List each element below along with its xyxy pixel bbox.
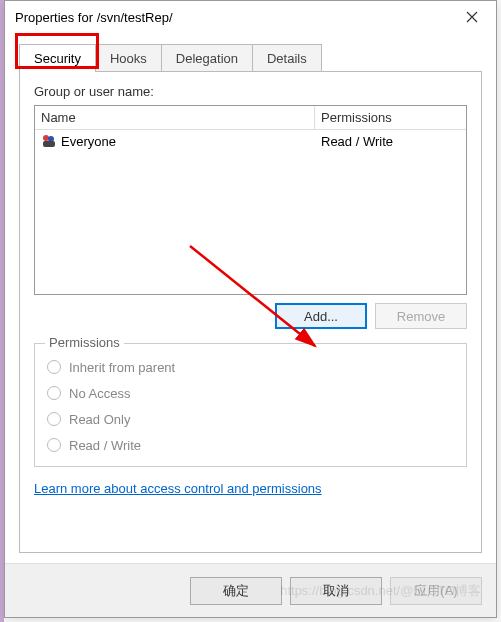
tab-delegation[interactable]: Delegation bbox=[161, 44, 253, 72]
tab-hooks[interactable]: Hooks bbox=[95, 44, 162, 72]
titlebar: Properties for /svn/testRep/ bbox=[5, 1, 496, 33]
window-title: Properties for /svn/testRep/ bbox=[15, 10, 173, 25]
radio-inherit-label: Inherit from parent bbox=[69, 360, 175, 375]
close-icon[interactable] bbox=[452, 3, 492, 31]
ok-button[interactable]: 确定 bbox=[190, 577, 282, 605]
radio-no-access: No Access bbox=[47, 380, 454, 406]
security-panel: Group or user name: Name Permissions Eve… bbox=[19, 71, 482, 553]
apply-button: 应用(A) bbox=[390, 577, 482, 605]
svg-point-0 bbox=[43, 135, 49, 141]
add-button[interactable]: Add... bbox=[275, 303, 367, 329]
cancel-button[interactable]: 取消 bbox=[290, 577, 382, 605]
tab-hooks-label: Hooks bbox=[110, 51, 147, 66]
tab-security[interactable]: Security bbox=[19, 44, 96, 72]
tab-row: Security Hooks Delegation Details bbox=[19, 41, 496, 71]
group-icon bbox=[41, 133, 57, 149]
svg-rect-2 bbox=[43, 141, 55, 147]
radio-read-only-label: Read Only bbox=[69, 412, 130, 427]
learn-more-link[interactable]: Learn more about access control and perm… bbox=[34, 481, 322, 496]
tab-details-label: Details bbox=[267, 51, 307, 66]
radio-icon bbox=[47, 438, 61, 452]
group-label: Group or user name: bbox=[34, 84, 467, 99]
radio-no-access-label: No Access bbox=[69, 386, 130, 401]
col-name-header[interactable]: Name bbox=[35, 106, 315, 129]
tab-security-label: Security bbox=[34, 51, 81, 66]
list-button-row: Add... Remove bbox=[34, 303, 467, 329]
tab-delegation-label: Delegation bbox=[176, 51, 238, 66]
radio-icon bbox=[47, 386, 61, 400]
properties-dialog: Properties for /svn/testRep/ Security Ho… bbox=[4, 0, 497, 618]
radio-icon bbox=[47, 360, 61, 374]
col-permissions-header[interactable]: Permissions bbox=[315, 106, 466, 129]
permissions-legend: Permissions bbox=[45, 335, 124, 350]
list-row[interactable]: Everyone Read / Write bbox=[35, 130, 466, 152]
radio-inherit: Inherit from parent bbox=[47, 354, 454, 380]
radio-read-write: Read / Write bbox=[47, 432, 454, 458]
row-name: Everyone bbox=[61, 134, 116, 149]
radio-read-write-label: Read / Write bbox=[69, 438, 141, 453]
radio-icon bbox=[47, 412, 61, 426]
learn-more-row: Learn more about access control and perm… bbox=[34, 481, 467, 496]
remove-button: Remove bbox=[375, 303, 467, 329]
radio-read-only: Read Only bbox=[47, 406, 454, 432]
permissions-groupbox: Permissions Inherit from parent No Acces… bbox=[34, 343, 467, 467]
row-permissions: Read / Write bbox=[315, 132, 466, 151]
list-header: Name Permissions bbox=[35, 106, 466, 130]
tab-details[interactable]: Details bbox=[252, 44, 322, 72]
dialog-button-row: 确定 取消 应用(A) bbox=[5, 563, 496, 617]
user-list[interactable]: Name Permissions Everyone Read / Write bbox=[34, 105, 467, 295]
